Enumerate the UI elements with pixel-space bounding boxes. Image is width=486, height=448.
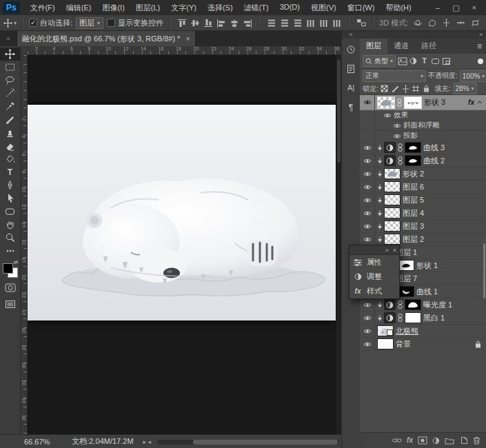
layer-row[interactable]: 背景 bbox=[360, 338, 486, 351]
menu-item-help[interactable]: 帮助(H) bbox=[380, 3, 416, 13]
show-transform-checkbox[interactable]: 显示变换控件 bbox=[107, 18, 163, 28]
visibility-toggle[interactable] bbox=[360, 167, 375, 180]
layer-thumbnail[interactable] bbox=[384, 194, 401, 205]
layer-name[interactable]: 形状 1 bbox=[416, 261, 438, 271]
layer-row[interactable]: 曲线 2 bbox=[360, 154, 486, 167]
layer-mask-thumbnail[interactable] bbox=[404, 96, 422, 109]
filter-toggle[interactable] bbox=[478, 59, 483, 64]
layer-thumbnail[interactable] bbox=[377, 96, 395, 109]
collapse-panels-icon[interactable]: » bbox=[360, 31, 486, 39]
panel-menu-icon[interactable]: ≡ bbox=[473, 41, 486, 54]
align-left-icon[interactable] bbox=[215, 18, 227, 28]
lock-brush-icon[interactable] bbox=[391, 84, 400, 93]
layer-thumbnail[interactable] bbox=[377, 325, 394, 336]
dist-vcenter-icon[interactable] bbox=[279, 18, 290, 28]
folder-icon[interactable] bbox=[445, 437, 454, 445]
more-tool[interactable] bbox=[0, 244, 20, 257]
layer-thumbnail[interactable] bbox=[384, 234, 401, 245]
filter-smart-icon[interactable] bbox=[441, 56, 452, 66]
adjustment-layer-icon[interactable] bbox=[384, 312, 396, 323]
visibility-toggle[interactable] bbox=[360, 298, 375, 311]
layer-name[interactable]: 曲线 3 bbox=[423, 143, 445, 153]
layer-row[interactable]: 形状 3fx bbox=[360, 95, 486, 110]
type-tool[interactable]: T bbox=[0, 165, 20, 179]
color-swatches[interactable]: ⇄ bbox=[2, 261, 19, 278]
3d-slide-icon[interactable] bbox=[455, 18, 467, 28]
layer-effects-toggle[interactable]: fx bbox=[468, 99, 486, 106]
zoom-level[interactable]: 66.67% bbox=[24, 438, 50, 446]
align-vcenter-icon[interactable] bbox=[189, 18, 201, 28]
swap-colors-icon[interactable]: ⇄ bbox=[14, 259, 19, 265]
character-panel-icon[interactable]: A| bbox=[342, 79, 360, 96]
layer-thumbnail[interactable] bbox=[384, 207, 401, 218]
minimize-button[interactable]: – bbox=[436, 3, 440, 12]
screen-mode-icon[interactable] bbox=[0, 297, 20, 311]
trash-icon[interactable] bbox=[473, 436, 480, 445]
layer-thumbnail[interactable] bbox=[405, 155, 421, 166]
layer-effect-row[interactable]: 效果 bbox=[360, 110, 486, 121]
layer-thumbnail[interactable] bbox=[384, 181, 401, 192]
3d-scale3-icon[interactable] bbox=[469, 18, 481, 28]
close-button[interactable]: × bbox=[472, 3, 476, 12]
menu-item-layer[interactable]: 图层(L) bbox=[130, 3, 165, 13]
brush-tool[interactable] bbox=[0, 113, 20, 126]
lock-pan3-icon[interactable] bbox=[401, 84, 410, 93]
status-expand-icon[interactable]: ▸ ◂ bbox=[143, 438, 152, 445]
opacity-dropdown[interactable]: 100%▾ bbox=[460, 70, 486, 82]
layer-name[interactable]: 投影 bbox=[403, 131, 418, 141]
layer-thumbnail[interactable] bbox=[384, 221, 401, 232]
dist-top-icon[interactable] bbox=[265, 18, 277, 28]
visibility-toggle[interactable] bbox=[360, 181, 375, 193]
styles-icon[interactable]: fx bbox=[407, 437, 413, 444]
adjustment-layer-icon[interactable] bbox=[384, 142, 396, 153]
layer-row[interactable]: 形状 2 bbox=[360, 167, 486, 181]
filter-typef-icon[interactable]: T bbox=[419, 56, 429, 66]
history-panel-icon[interactable] bbox=[342, 41, 360, 58]
move-tool[interactable] bbox=[0, 48, 20, 61]
tool-preset-picker[interactable]: ▾ bbox=[3, 19, 17, 28]
auto-select-checkbox[interactable]: ✓ 自动选择: bbox=[29, 18, 72, 28]
layer-thumbnail[interactable] bbox=[398, 260, 414, 271]
layer-effect-row[interactable]: 斜面和浮雕 bbox=[360, 121, 486, 131]
3d-orbit-icon[interactable] bbox=[412, 18, 423, 28]
adjustments-panel-button[interactable]: 调整 bbox=[350, 269, 399, 284]
layer-row[interactable]: 北极熊 bbox=[360, 325, 486, 338]
foreground-color-swatch[interactable] bbox=[3, 263, 13, 274]
layer-name[interactable]: 效果 bbox=[394, 110, 408, 120]
menu-item-edit[interactable]: 编辑(E) bbox=[61, 3, 97, 13]
auto-select-target-dropdown[interactable]: 图层▾ bbox=[76, 17, 103, 29]
layer-row[interactable]: 图层 3 bbox=[360, 220, 486, 233]
align-hcenter-icon[interactable] bbox=[228, 18, 240, 28]
layer-effect-row[interactable]: 投影 bbox=[360, 131, 486, 141]
cursor-tool[interactable] bbox=[0, 192, 20, 205]
layer-name[interactable]: 北极熊 bbox=[396, 326, 418, 336]
eraser-tool[interactable] bbox=[0, 139, 20, 152]
layer-thumbnail[interactable] bbox=[405, 299, 421, 310]
layer-thumbnail[interactable] bbox=[377, 338, 394, 349]
visibility-toggle[interactable] bbox=[360, 220, 375, 232]
maskb-icon[interactable] bbox=[418, 436, 427, 445]
3d-pan3-icon[interactable] bbox=[441, 18, 452, 28]
canvas[interactable] bbox=[28, 105, 336, 320]
expand-panels-icon[interactable]: « bbox=[342, 31, 360, 39]
adj-icon[interactable] bbox=[432, 437, 440, 445]
visibility-toggle[interactable] bbox=[360, 338, 375, 350]
layer-name[interactable]: 曲线 1 bbox=[416, 287, 438, 297]
layer-name[interactable]: 图层 2 bbox=[403, 234, 424, 245]
pen-tool[interactable] bbox=[0, 179, 20, 192]
layer-thumbnail[interactable] bbox=[405, 142, 421, 153]
paragraph-panel-icon[interactable]: ¶ bbox=[342, 99, 360, 116]
menu-item-3d[interactable]: 3D(D) bbox=[274, 3, 305, 13]
layer-name[interactable]: 斜面和浮雕 bbox=[403, 121, 440, 130]
layer-name[interactable]: 形状 3 bbox=[424, 97, 445, 108]
align-top-icon[interactable] bbox=[176, 18, 188, 28]
layer-thumbnail[interactable] bbox=[398, 286, 414, 297]
align-right-icon[interactable] bbox=[241, 18, 253, 28]
visibility-toggle[interactable] bbox=[360, 110, 375, 120]
bucket-tool[interactable] bbox=[0, 152, 20, 165]
lock-lock-icon[interactable] bbox=[422, 84, 431, 93]
close-document-icon[interactable]: × bbox=[185, 34, 190, 43]
tab-scroll-icon[interactable]: » bbox=[0, 31, 17, 46]
layer-row[interactable]: 图层 6 bbox=[360, 181, 486, 194]
scrollbar-thumb[interactable] bbox=[337, 59, 341, 163]
